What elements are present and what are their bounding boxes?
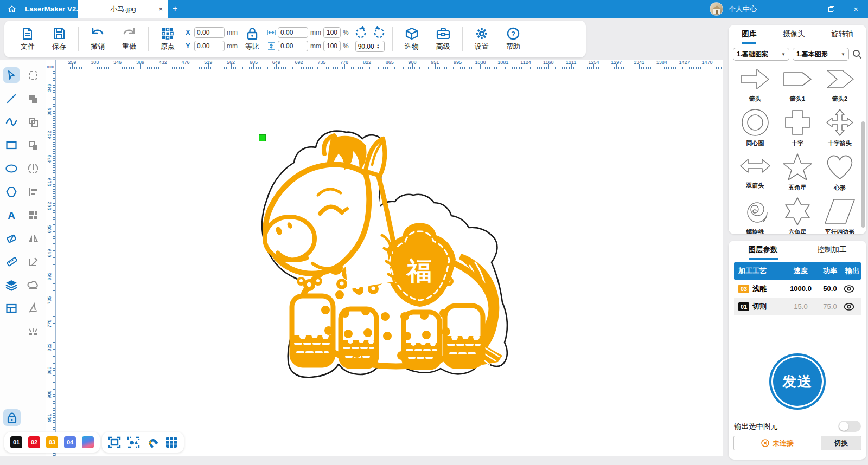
protractor-tool[interactable] — [25, 254, 41, 269]
ellipse-tool[interactable] — [3, 160, 20, 176]
shape-star6[interactable]: 六角星 — [776, 196, 819, 234]
shape-star5[interactable]: 五角星 — [776, 152, 819, 192]
tab-rotary-axis[interactable]: 旋转轴 — [831, 29, 853, 44]
layer-chip-02[interactable]: 02 — [28, 436, 40, 448]
marquee-tool[interactable] — [25, 67, 41, 83]
rectangle-tool[interactable] — [3, 137, 20, 153]
layer-chip-gradient[interactable] — [82, 436, 94, 448]
shape-arrow[interactable]: 箭头 — [734, 65, 776, 103]
shape-spiral[interactable]: 螺旋线 — [734, 196, 776, 234]
send-button[interactable]: 发送 — [769, 353, 826, 410]
tab-gallery[interactable]: 图库 — [742, 29, 756, 44]
grid-icon[interactable] — [165, 436, 178, 449]
toolbar-separator — [392, 27, 393, 51]
table-tool[interactable] — [3, 300, 20, 316]
rotate-cw-icon[interactable] — [373, 26, 386, 39]
shape-arrow1[interactable]: 箭头1 — [776, 65, 819, 103]
tab-control-process[interactable]: 控制加工 — [818, 245, 847, 260]
visibility-toggle[interactable] — [844, 303, 861, 311]
settings-button[interactable]: 设置 — [466, 27, 497, 51]
stamp-tool[interactable] — [25, 277, 41, 293]
color-palette: 01 02 03 04 — [4, 432, 100, 453]
tab-camera[interactable]: 摄像头 — [783, 29, 805, 44]
category-select[interactable]: 1.基础图案▼ — [733, 48, 789, 61]
home-icon[interactable] — [0, 0, 24, 18]
fit-frame-icon[interactable] — [108, 436, 121, 449]
advanced-button[interactable]: 高级 — [427, 27, 459, 51]
polygon-tool[interactable] — [3, 184, 20, 199]
eraser-tool[interactable] — [3, 230, 20, 246]
help-button[interactable]: ? 帮助 — [497, 27, 529, 51]
width-percent-input[interactable] — [323, 27, 341, 38]
subcategory-select[interactable]: 1.基本图形▼ — [793, 48, 849, 61]
height-input[interactable] — [278, 41, 308, 51]
horse-artwork[interactable]: 福 — [259, 124, 509, 384]
origin-button[interactable]: 原点 — [152, 27, 183, 51]
shape-cross[interactable]: 十字 — [776, 107, 819, 147]
split-tool[interactable] — [25, 160, 41, 176]
lock-icon — [246, 27, 258, 40]
layers-tool[interactable] — [3, 277, 20, 293]
table-row[interactable]: 01切割 15.0 75.0 — [734, 298, 861, 315]
shape-concentric-circles[interactable]: 同心圆 — [734, 107, 776, 147]
toolbar-separator — [78, 27, 79, 51]
file-button[interactable]: 文件 — [12, 27, 43, 51]
shape-parallelogram[interactable]: 平行四边形 — [819, 196, 861, 234]
y-input[interactable] — [194, 41, 225, 51]
angle-input[interactable] — [356, 43, 376, 50]
select-tool[interactable] — [3, 67, 20, 83]
connection-status[interactable]: 未连接 — [734, 436, 821, 450]
avatar[interactable] — [710, 2, 723, 16]
search-icon[interactable] — [852, 49, 862, 59]
arrange-tool[interactable] — [25, 207, 41, 223]
angle-spinner[interactable]: ▲▼ — [376, 44, 380, 49]
mirror-tool[interactable] — [25, 230, 41, 246]
boolean-subtract-icon[interactable] — [25, 137, 41, 153]
redo-button[interactable]: 重做 — [113, 27, 145, 51]
align-tool[interactable] — [25, 184, 41, 199]
shape-heart[interactable]: 心形 — [819, 152, 861, 192]
layer-chip-03[interactable]: 03 — [46, 436, 58, 448]
document-tab[interactable]: 小马.jpg × — [78, 0, 168, 18]
fit-selection-icon[interactable] — [127, 436, 140, 449]
text-tool[interactable]: A — [3, 207, 20, 223]
tab-close-icon[interactable]: × — [158, 5, 163, 13]
curve-tool[interactable] — [3, 114, 20, 130]
new-tab-button[interactable]: + — [173, 4, 177, 14]
shape-arrow2[interactable]: 箭头2 — [819, 65, 861, 103]
proportional-lock-button[interactable]: 等比 — [240, 27, 265, 51]
user-center-label[interactable]: 个人中心 — [729, 4, 757, 14]
canvas-lock-button[interactable] — [3, 409, 21, 426]
maximize-button[interactable] — [819, 0, 844, 18]
shape-cross-arrows[interactable]: 十字箭头 — [819, 107, 861, 147]
switch-device-button[interactable]: 切换 — [821, 436, 861, 450]
measure-tool[interactable] — [3, 254, 20, 269]
shape-double-arrow[interactable]: 双箭头 — [734, 152, 776, 192]
x-input[interactable] — [194, 27, 225, 38]
height-icon — [267, 42, 276, 50]
save-button[interactable]: 保存 — [43, 27, 75, 51]
svg-text:?: ? — [511, 29, 515, 37]
create-button[interactable]: 造物 — [396, 27, 427, 51]
trace-pen-tool[interactable] — [25, 300, 41, 316]
node-break-tool[interactable] — [25, 324, 41, 339]
layer-chip-04[interactable]: 04 — [64, 436, 76, 448]
col-speed: 速度 — [785, 266, 816, 276]
tab-layer-params[interactable]: 图层参数 — [749, 245, 778, 260]
undo-button[interactable]: 撤销 — [82, 27, 113, 51]
minimize-button[interactable]: – — [795, 0, 819, 18]
ruler-unit-label: mm — [46, 60, 56, 69]
rotate-ccw-icon[interactable] — [354, 26, 367, 39]
line-tool[interactable] — [3, 91, 20, 106]
visibility-toggle[interactable] — [844, 285, 861, 293]
gallery-scrollbar[interactable] — [861, 121, 865, 228]
close-button[interactable]: × — [844, 0, 868, 18]
layer-chip-01[interactable]: 01 — [10, 436, 22, 448]
height-percent-input[interactable] — [323, 41, 341, 51]
snap-magnet-icon[interactable] — [146, 436, 159, 449]
boolean-clone-icon[interactable] — [25, 114, 41, 130]
width-input[interactable] — [278, 27, 308, 38]
table-row[interactable]: 03浅雕 1000.0 50.0 — [734, 280, 861, 298]
output-selected-toggle[interactable] — [838, 421, 861, 432]
boolean-union-icon[interactable] — [25, 91, 41, 106]
